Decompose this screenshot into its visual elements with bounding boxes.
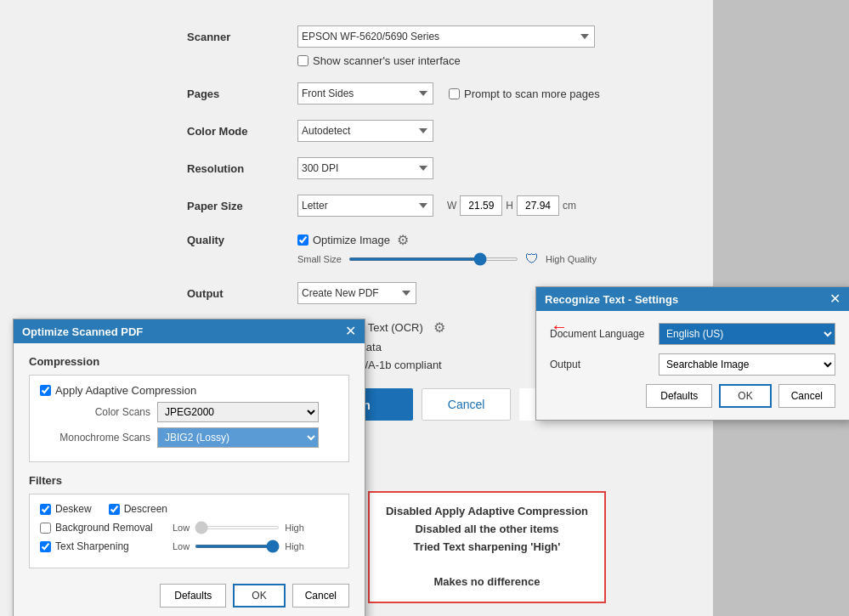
filters-box: Deskew Descreen Background Removal Low H…	[29, 494, 349, 568]
recognize-output-select[interactable]: Searchable Image	[659, 353, 835, 376]
small-size-label: Small Size	[297, 254, 342, 264]
doc-lang-select[interactable]: English (US)	[659, 323, 835, 345]
quality-slider[interactable]	[348, 257, 518, 261]
text-high-label: High	[285, 541, 304, 551]
output-select[interactable]: Create New PDF	[297, 282, 416, 304]
compression-title: Compression	[29, 355, 349, 368]
recognize-cancel-button[interactable]: Cancel	[778, 384, 835, 408]
optimize-dialog-title: Optimize Scanned PDF	[22, 325, 143, 338]
resolution-row: Resolution 300 DPI	[187, 157, 714, 179]
pages-select[interactable]: Front Sides	[297, 82, 433, 105]
recognize-output-label: Output	[550, 359, 652, 370]
adaptive-checkbox[interactable]	[40, 385, 51, 396]
recognize-dialog-close[interactable]: ✕	[829, 292, 841, 306]
height-input[interactable]	[517, 195, 559, 216]
bg-removal-text: Background Removal	[55, 522, 153, 534]
cancel-button[interactable]: Cancel	[422, 388, 512, 421]
show-ui-checkbox[interactable]	[297, 55, 308, 66]
scanner-label: Scanner	[187, 31, 297, 43]
h-label: H	[506, 200, 513, 212]
color-mode-row: Color Mode Autodetect	[187, 120, 714, 142]
optimize-dialog-buttons: Defaults OK Cancel	[29, 580, 349, 608]
width-input[interactable]	[460, 195, 502, 216]
color-mode-control: Autodetect	[297, 120, 714, 142]
descreen-text: Descreen	[124, 503, 167, 515]
paper-size-label: Paper Size	[187, 200, 297, 212]
high-quality-label: High Quality	[546, 254, 597, 264]
info-line1: Disabled Apply Adaptive Compression	[383, 503, 591, 521]
mono-scans-label: Monochrome Scans	[40, 432, 150, 444]
recognize-dialog-buttons: Defaults OK Cancel	[550, 384, 835, 408]
optimize-checkbox[interactable]	[297, 235, 308, 246]
optimize-checkbox-label[interactable]: Optimize Image	[297, 234, 390, 246]
optimize-dialog-body: Compression Apply Adaptive Compression C…	[14, 343, 365, 616]
color-mode-label: Color Mode	[187, 125, 297, 138]
info-line2: Disabled all the other items	[383, 521, 591, 539]
color-mode-select[interactable]: Autodetect	[297, 120, 433, 142]
shield-icon: 🛡	[525, 251, 539, 267]
top-filters-row: Deskew Descreen	[40, 503, 338, 515]
prompt-label: Prompt to scan more pages	[464, 88, 600, 100]
adaptive-row: Apply Adaptive Compression	[40, 384, 338, 397]
output-label: Output	[187, 287, 297, 300]
recognize-ok-button[interactable]: OK	[719, 384, 771, 408]
bg-removal-slider[interactable]	[195, 526, 280, 529]
recognize-dialog: Recognize Text - Settings ✕ Document Lan…	[535, 286, 849, 421]
descreen-checkbox[interactable]	[109, 504, 120, 515]
paper-size-row: Paper Size Letter W H cm	[187, 195, 714, 217]
mono-scans-select[interactable]: JBIG2 (Lossy)	[157, 427, 319, 448]
prompt-checkbox[interactable]	[449, 88, 460, 99]
quality-label: Quality	[187, 234, 297, 246]
optimize-dialog-titlebar: Optimize Scanned PDF ✕	[14, 319, 365, 343]
doc-lang-row: Document Language English (US)	[550, 323, 835, 345]
optimize-defaults-button[interactable]: Defaults	[160, 584, 226, 608]
info-line5: Makes no difference	[383, 574, 591, 591]
info-line3: Tried Text sharpening 'High'	[383, 539, 591, 557]
deskew-checkbox[interactable]	[40, 504, 51, 515]
pages-row: Pages Front Sides Prompt to scan more pa…	[187, 82, 714, 105]
scanner-select[interactable]: EPSON WF-5620/5690 Series	[297, 25, 595, 48]
color-scans-label: Color Scans	[40, 406, 150, 418]
optimize-ok-button[interactable]: OK	[233, 584, 285, 608]
text-sharp-checkbox[interactable]	[40, 541, 51, 552]
dimension-group: W H cm	[447, 195, 576, 216]
descreen-label[interactable]: Descreen	[109, 503, 167, 515]
red-arrow-icon: ←	[551, 317, 568, 336]
recognize-gear-icon[interactable]: ⚙	[433, 319, 445, 336]
show-ui-label: Show scanner's user interface	[313, 54, 461, 67]
bg-high-label: High	[285, 523, 304, 533]
bg-removal-checkbox[interactable]	[40, 523, 51, 534]
unit-label: cm	[563, 200, 576, 212]
recognize-dialog-title: Recognize Text - Settings	[545, 293, 678, 306]
optimize-dialog-close[interactable]: ✕	[345, 325, 356, 338]
resolution-select[interactable]: 300 DPI	[297, 157, 433, 179]
mono-scans-row: Monochrome Scans JBIG2 (Lossy)	[40, 427, 338, 448]
w-label: W	[447, 200, 456, 212]
color-scans-select[interactable]: JPEG2000	[157, 402, 319, 422]
adaptive-checkbox-label[interactable]: Apply Adaptive Compression	[40, 384, 196, 397]
optimize-gear-icon[interactable]: ⚙	[397, 232, 409, 248]
color-scans-row: Color Scans JPEG2000	[40, 402, 338, 422]
paper-size-control: Letter W H cm	[297, 195, 714, 217]
optimize-dialog: Optimize Scanned PDF ✕ Compression Apply…	[13, 319, 365, 616]
text-sharp-text: Text Sharpening	[55, 540, 129, 552]
deskew-text: Deskew	[55, 503, 92, 515]
show-ui-checkbox-label[interactable]: Show scanner's user interface	[297, 54, 461, 67]
recognize-dialog-titlebar: Recognize Text - Settings ✕	[536, 287, 849, 311]
info-box: Disabled Apply Adaptive Compression Disa…	[368, 491, 606, 603]
adaptive-label: Apply Adaptive Compression	[55, 384, 196, 397]
bg-removal-label[interactable]: Background Removal	[40, 522, 167, 534]
bg-removal-row: Background Removal Low High	[40, 522, 338, 534]
text-sharp-slider[interactable]	[195, 545, 280, 548]
resolution-label: Resolution	[187, 162, 297, 175]
recognize-defaults-button[interactable]: Defaults	[646, 384, 712, 408]
scanner-row: Scanner EPSON WF-5620/5690 Series	[187, 25, 714, 48]
deskew-label[interactable]: Deskew	[40, 503, 92, 515]
pages-control: Front Sides Prompt to scan more pages	[297, 82, 714, 105]
prompt-checkbox-label[interactable]: Prompt to scan more pages	[449, 88, 600, 100]
compression-box: Apply Adaptive Compression Color Scans J…	[29, 375, 349, 462]
paper-size-select[interactable]: Letter	[297, 195, 433, 217]
recognize-dialog-body: Document Language English (US) Output Se…	[536, 311, 849, 420]
optimize-cancel-button[interactable]: Cancel	[292, 584, 349, 608]
text-sharp-label[interactable]: Text Sharpening	[40, 540, 167, 552]
